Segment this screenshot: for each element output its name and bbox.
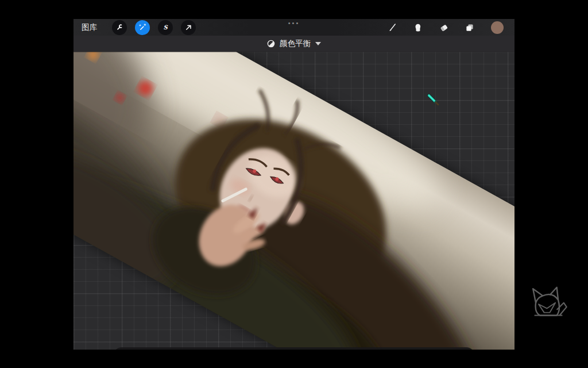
color-button[interactable] (490, 21, 504, 34)
smudge-icon (413, 22, 423, 33)
portrait-painting (74, 52, 514, 350)
adjustment-title: 颜色平衡 (280, 39, 311, 49)
eraser-icon (439, 22, 449, 33)
letterbox-left (0, 0, 74, 368)
magic-wand-icon (138, 23, 147, 32)
selection-s-icon: S (161, 23, 170, 32)
layers-button[interactable] (465, 22, 475, 33)
canvas-viewport[interactable]: 青色 红色 紫红 绿色 黄色 蓝色 (74, 52, 514, 350)
color-swatch (490, 21, 504, 34)
smudge-button[interactable] (413, 22, 423, 33)
fox-logo (526, 282, 571, 327)
layers-icon (465, 22, 475, 33)
eraser-button[interactable] (439, 22, 449, 33)
gallery-button[interactable]: 图库 (74, 22, 104, 33)
adjustment-title-bar[interactable]: 颜色平衡 (74, 36, 514, 52)
procreate-window: 青色 红色 紫红 绿色 黄色 蓝色 (74, 19, 514, 350)
wrench-icon (115, 23, 124, 32)
more-dots: ••• (288, 20, 300, 26)
selection-button[interactable]: S (158, 20, 173, 35)
diamond-sword-cursor (427, 94, 441, 108)
adjustments-button[interactable] (135, 20, 150, 35)
svg-text:S: S (163, 24, 168, 30)
transform-button[interactable] (181, 20, 196, 35)
artwork-canvas[interactable] (74, 52, 514, 350)
brush-button[interactable] (387, 22, 397, 33)
color-balance-icon (267, 40, 275, 48)
letterbox-top (0, 0, 588, 19)
brush-icon (387, 22, 397, 33)
letterbox-bottom (0, 350, 588, 368)
actions-button[interactable] (112, 20, 127, 35)
chevron-down-icon (315, 42, 321, 45)
transform-arrow-icon (184, 23, 193, 32)
